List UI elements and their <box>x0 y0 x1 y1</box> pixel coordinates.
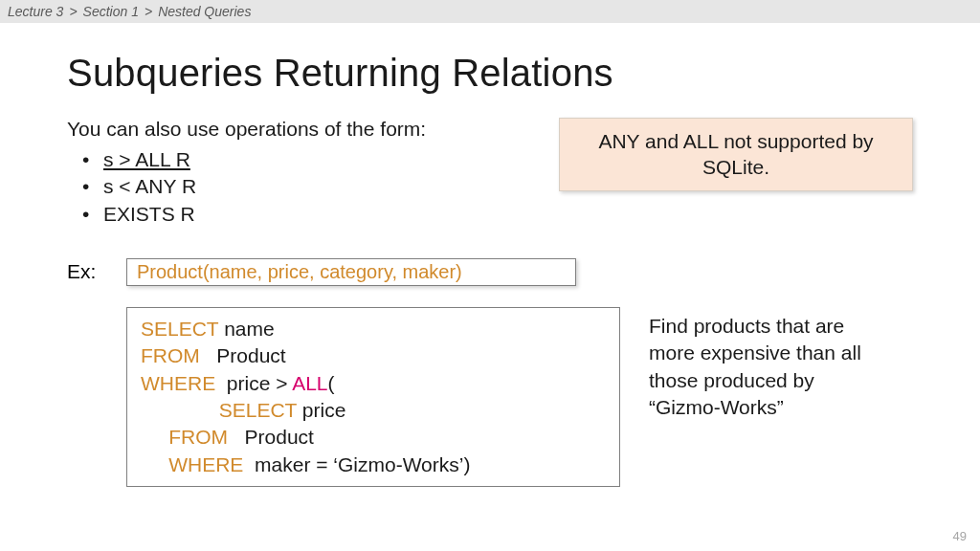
kw-select-inner: SELECT <box>219 399 297 421</box>
page-title: Subqueries Returning Relations <box>67 52 913 95</box>
kw-where: WHERE <box>141 372 215 394</box>
note-line-2: SQLite. <box>573 154 899 180</box>
sql-product: Product <box>200 344 286 366</box>
breadcrumb-part: Nested Queries <box>158 4 251 19</box>
sql-product-inner: Product <box>228 426 314 448</box>
sql-price: price <box>297 399 345 421</box>
op-all: s > ALL R <box>103 148 190 170</box>
sql-maker: maker = ‘Gizmo-Works’) <box>243 453 470 475</box>
kw-all: ALL <box>292 372 327 394</box>
explanation-text: Find products that are more expensive th… <box>649 307 874 421</box>
note-line-1: ANY and ALL not supported by <box>573 128 899 154</box>
op-any: s < ANY R <box>103 175 196 197</box>
schema-box: Product(name, price, category, maker) <box>126 258 576 286</box>
breadcrumb-sep: > <box>69 4 77 19</box>
breadcrumb-sep: > <box>145 4 152 19</box>
intro-text: You can also use operations of the form: <box>67 118 521 141</box>
kw-select: SELECT <box>141 318 218 340</box>
breadcrumb-part: Section 1 <box>83 4 139 19</box>
page-number: 49 <box>953 529 967 543</box>
intro-row: You can also use operations of the form:… <box>67 118 913 228</box>
sql-price-gt: price > <box>215 372 292 394</box>
kw-where-inner: WHERE <box>168 453 243 475</box>
note-box: ANY and ALL not supported by SQLite. <box>559 118 913 191</box>
example-row: Ex: Product(name, price, category, maker… <box>67 258 913 286</box>
intro-left: You can also use operations of the form:… <box>67 118 521 228</box>
sql-name: name <box>218 318 274 340</box>
slide-content: Subqueries Returning Relations You can a… <box>0 23 980 487</box>
kw-from-inner: FROM <box>168 426 228 448</box>
breadcrumb-part: Lecture 3 <box>8 4 63 19</box>
list-item: EXISTS R <box>103 201 521 228</box>
kw-from: FROM <box>141 344 200 366</box>
list-item: s < ANY R <box>103 173 521 200</box>
sql-query-box: SELECT name FROM Product WHERE price > A… <box>126 307 620 487</box>
list-item: s > ALL R <box>103 146 521 173</box>
example-label: Ex: <box>67 258 113 283</box>
operations-list: s > ALL R s < ANY R EXISTS R <box>67 146 521 228</box>
breadcrumb: Lecture 3 > Section 1 > Nested Queries <box>0 0 980 23</box>
query-row: SELECT name FROM Product WHERE price > A… <box>67 307 913 487</box>
sql-open: ( <box>328 372 335 394</box>
op-exists: EXISTS R <box>103 203 195 225</box>
